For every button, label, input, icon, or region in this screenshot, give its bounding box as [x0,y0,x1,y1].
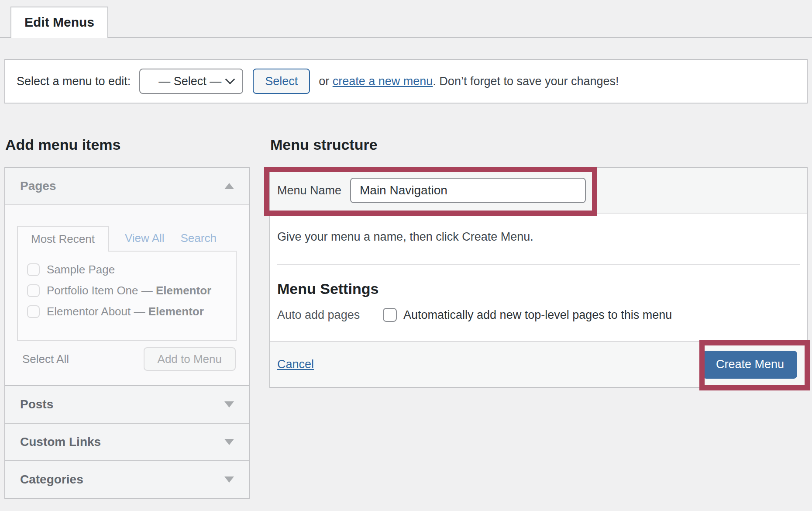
tab-bar: Edit Menus [0,0,812,38]
select-all-link[interactable]: Select All [22,352,69,366]
tab-edit-menus[interactable]: Edit Menus [10,7,108,38]
list-item-label: Sample Page [47,263,115,276]
content-columns: Add menu items Pages Most Recent View Al… [4,104,808,499]
save-changes-text: . Don’t forget to save your changes! [433,75,619,88]
accordion-section-custom-links[interactable]: Custom Links [5,423,249,460]
pages-section-body: Most Recent View All Search Sample Page … [5,205,249,385]
chevron-up-icon [224,183,234,189]
menu-name-label: Menu Name [277,184,350,197]
checkbox-sample-page[interactable] [27,263,40,276]
tab-view-all[interactable]: View All [125,231,165,245]
chevron-down-icon [224,401,234,407]
categories-section-title: Categories [20,473,83,487]
pages-actions-row: Select All Add to Menu [17,341,237,371]
list-item-label: Portfolio Item One — Elementor [47,284,211,297]
menu-helper-text: Give your menu a name, then click Create… [277,230,800,243]
list-item: Portfolio Item One — Elementor [27,284,236,297]
pages-checklist: Sample Page Portfolio Item One — Element… [17,251,237,341]
menu-dropdown-value: — Select — [158,75,221,88]
publishing-actions-row: Cancel Create Menu [270,341,807,387]
add-menu-items-column: Add menu items Pages Most Recent View Al… [4,104,250,499]
accordion-section-posts[interactable]: Posts [5,385,249,423]
menu-settings-heading: Menu Settings [277,281,800,297]
chevron-down-icon [225,74,235,84]
checkbox-elementor-about[interactable] [27,305,40,318]
pages-section-title: Pages [20,179,56,193]
menu-name-input[interactable] [350,178,586,203]
menu-items-accordion: Pages Most Recent View All Search Sample… [4,167,250,499]
custom-links-section-title: Custom Links [20,435,101,449]
select-menu-label: Select a menu to edit: [17,75,131,88]
select-button[interactable]: Select [253,69,310,94]
or-text: or [319,75,333,88]
accordion-section-categories[interactable]: Categories [5,460,249,498]
menu-dropdown[interactable]: — Select — [139,69,243,94]
menu-structure-column: Menu structure Menu Name Give your menu … [269,104,808,388]
list-item-label: Elementor About — Elementor [47,305,204,318]
create-menu-button[interactable]: Create Menu [703,351,797,379]
create-new-menu-link[interactable]: create a new menu [333,75,433,88]
auto-add-pages-checkbox[interactable] [383,308,397,322]
add-menu-items-heading: Add menu items [5,137,250,152]
cancel-link[interactable]: Cancel [277,358,314,371]
create-menu-hint: or create a new menu. Don’t forget to sa… [319,75,619,88]
menu-structure-body: Give your menu a name, then click Create… [270,214,807,341]
menu-structure-heading: Menu structure [270,137,808,152]
add-to-menu-button[interactable]: Add to Menu [144,347,236,371]
chevron-down-icon [224,439,234,445]
section-divider [277,264,800,265]
menu-name-row: Menu Name [270,168,807,214]
chevron-down-icon [224,476,234,483]
menu-select-bar: Select a menu to edit: — Select — Select… [4,59,808,104]
tab-search[interactable]: Search [181,231,217,245]
checkbox-portfolio-item-one[interactable] [27,284,40,297]
menu-structure-panel: Menu Name Give your menu a name, then cl… [269,167,808,388]
auto-add-pages-row: Auto add pages Automatically add new top… [277,308,800,322]
auto-add-pages-text: Automatically add new top-level pages to… [403,308,672,322]
list-item: Sample Page [27,263,236,276]
tab-most-recent[interactable]: Most Recent [17,226,109,252]
pages-tabs: Most Recent View All Search [17,226,237,251]
accordion-section-pages[interactable]: Pages [5,168,249,205]
auto-add-pages-label: Auto add pages [277,308,383,322]
posts-section-title: Posts [20,397,53,411]
list-item: Elementor About — Elementor [27,305,236,318]
